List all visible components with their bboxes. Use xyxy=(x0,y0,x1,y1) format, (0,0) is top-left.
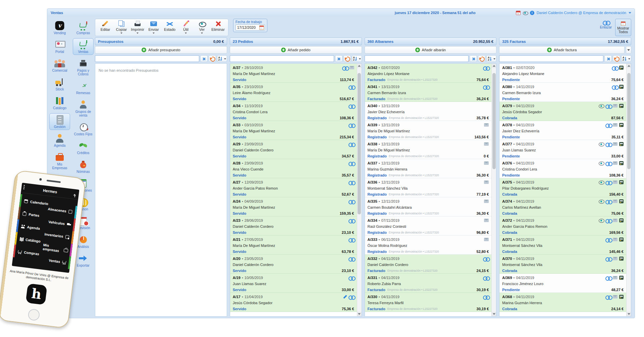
refresh-button[interactable] xyxy=(478,55,485,62)
header-user-area[interactable]: i Daniel Calderón Cordero @ Empresa de d… xyxy=(516,11,631,15)
document-row[interactable]: A/372 • 04/11/2019 Ander Garcia Patos Re… xyxy=(499,216,626,235)
document-row[interactable]: A/34 • 11/10/2019 Cristina Condori Lera … xyxy=(230,102,357,121)
sort-button[interactable] xyxy=(352,55,362,62)
envelope-icon[interactable] xyxy=(613,142,618,146)
link-rings-icon[interactable] xyxy=(483,295,489,298)
envelope-icon[interactable] xyxy=(613,104,618,108)
sort-button[interactable] xyxy=(217,55,227,62)
link-rings-icon[interactable] xyxy=(348,143,354,146)
add-presupuestos-button[interactable]: Añadir presupuesto xyxy=(95,46,227,54)
link-rings-icon[interactable] xyxy=(605,257,611,260)
link-rings-icon[interactable] xyxy=(605,162,611,165)
scrollbar-thumb[interactable] xyxy=(358,73,361,214)
document-row[interactable]: A/336 • 12/11/2019 Montserrat Sánchez Vi… xyxy=(365,178,492,197)
printer-icon[interactable] xyxy=(619,295,624,299)
document-row[interactable]: A/378 • 04/11/2019 Javier Diez Echeverrí… xyxy=(499,121,626,140)
envelope-icon[interactable] xyxy=(484,123,489,127)
printer-icon[interactable] xyxy=(619,199,624,203)
copiar-button[interactable]: Copiar xyxy=(114,20,129,36)
document-row[interactable]: A/332 • 04/11/2019 Daniel Calderón Corde… xyxy=(365,255,492,274)
vertical-scrollbar[interactable] xyxy=(357,64,362,316)
envelope-icon[interactable] xyxy=(484,142,489,146)
printer-icon[interactable] xyxy=(619,257,624,261)
envelope-icon[interactable] xyxy=(484,219,489,222)
chevron-down-icon[interactable] xyxy=(629,12,631,14)
document-row[interactable]: A/330 • 04/11/2019 Teresa Ferreyra Marfi… xyxy=(365,293,492,312)
eye-icon[interactable] xyxy=(599,161,604,165)
vertical-scrollbar[interactable] xyxy=(626,64,631,316)
link-rings-icon[interactable] xyxy=(605,124,611,127)
eye-icon[interactable] xyxy=(599,142,604,146)
document-row[interactable]: A/340 • 12/11/2019 Javier Diez Echeverrí… xyxy=(365,102,492,121)
document-row[interactable]: A/28 • 23/09/2019 Ana Vieco Cuende Servi… xyxy=(230,159,357,178)
pedidos-filter-input[interactable] xyxy=(230,55,334,62)
sort-button[interactable] xyxy=(621,55,631,62)
link-rings-icon[interactable] xyxy=(483,276,489,279)
sidebar-item-mis-empresas[interactable]: Mis Empresas xyxy=(49,151,70,171)
document-row[interactable]: A/370 • 04/11/2019 Montserrat Sánchez Vi… xyxy=(499,255,626,274)
user-name[interactable]: Daniel Calderón Cordero @ Empresa de dem… xyxy=(537,11,626,15)
document-row[interactable]: A/376 • 04/11/2019 Cristina Condori Lera… xyxy=(499,159,626,178)
printer-icon[interactable] xyxy=(619,85,624,89)
link-rings-icon[interactable] xyxy=(483,66,489,69)
link-rings-icon[interactable] xyxy=(605,219,611,222)
scroll-down-arrow[interactable] xyxy=(627,312,631,316)
document-row[interactable]: A/339 • 12/11/2019 María De Miguel Martí… xyxy=(365,121,492,140)
link-rings-icon[interactable] xyxy=(605,238,611,241)
document-row[interactable]: A/333 • 06/11/2019 Óscar Molina Rodrígue… xyxy=(365,235,492,255)
link-rings-icon[interactable] xyxy=(605,200,611,203)
add-dropdown-button[interactable] xyxy=(626,46,631,54)
document-row[interactable]: A/338 • 12/11/2019 María De Miguel Martí… xyxy=(365,140,492,159)
envelope-icon[interactable] xyxy=(613,238,618,241)
document-row[interactable]: A/331 • 04/11/2019 Roberto Zubia Parra F… xyxy=(365,274,492,293)
presupuestos-filter-input[interactable] xyxy=(95,55,199,62)
envelope-icon[interactable] xyxy=(613,161,618,165)
sidebar-item-catalogo[interactable]: Catálogo xyxy=(49,94,70,111)
document-row[interactable]: A/377 • 04/11/2019 Juan Llamas Suarez Pe… xyxy=(499,140,626,159)
link-rings-icon[interactable] xyxy=(348,85,354,88)
link-rings-icon[interactable] xyxy=(483,257,489,260)
estado-button[interactable]: Estado xyxy=(162,20,177,36)
chevron-down-icon[interactable] xyxy=(137,32,139,34)
envelope-icon[interactable] xyxy=(613,257,618,260)
clear-filter-button[interactable] xyxy=(470,55,477,62)
document-row[interactable]: A/24 • 04/09/2019 María De Miguel Martín… xyxy=(230,197,357,216)
work-date-input[interactable] xyxy=(236,25,259,30)
sidebar-item-creditos[interactable]: Créditos xyxy=(73,139,94,156)
link-rings-icon[interactable] xyxy=(612,85,618,88)
document-row[interactable]: A/35 • 23/10/2019 Leire Álamo Rodríguez … xyxy=(230,83,357,102)
document-row[interactable]: A/379 • 04/11/2019 Jesús Córdoba Segador… xyxy=(499,102,626,121)
envelope-icon[interactable] xyxy=(613,276,618,279)
printer-icon[interactable] xyxy=(619,161,624,165)
link-rings-icon[interactable] xyxy=(348,219,354,222)
info-icon[interactable]: i xyxy=(530,11,534,15)
util-button[interactable]: Útil xyxy=(178,20,193,36)
envelope-icon[interactable] xyxy=(484,161,489,165)
sidebar-item-remesas[interactable]: Remesas xyxy=(73,79,94,96)
eliminar-button[interactable]: Eliminar xyxy=(211,20,225,36)
link-rings-icon[interactable] xyxy=(348,162,354,165)
link-rings-icon[interactable] xyxy=(348,181,354,184)
add-pedidos-button[interactable]: Añadir pedido xyxy=(230,46,362,54)
document-row[interactable]: A/335 • 12/11/2019 Carmen Boutahri Alcán… xyxy=(365,197,492,216)
add-albaranes-button[interactable]: Añadir albarán xyxy=(365,46,497,54)
ver-button[interactable]: Ver xyxy=(195,20,209,36)
enlazar-button[interactable]: Enlazar xyxy=(600,19,612,29)
refresh-button[interactable] xyxy=(343,55,351,62)
eye-icon[interactable] xyxy=(599,219,604,222)
document-row[interactable]: A/341 • 13/11/2019 Carmen Bernardo Izura… xyxy=(365,83,492,102)
sidebar-item-agenda[interactable]: Agenda xyxy=(49,132,70,149)
scroll-down-arrow[interactable] xyxy=(357,312,362,316)
scroll-up-arrow[interactable] xyxy=(627,64,631,68)
document-row[interactable]: A/374 • 04/11/2019 Carlos Martínez Avell… xyxy=(499,197,626,216)
date-picker-icon[interactable] xyxy=(259,25,264,30)
envelope-icon[interactable] xyxy=(350,66,354,69)
document-row[interactable]: A/17 • 11/04/2019 Jesús Córdoba Segador … xyxy=(230,293,357,312)
enviar-button[interactable]: Enviar xyxy=(146,20,161,36)
mostrar-todos-button[interactable]: Mostrar Todos xyxy=(615,19,631,36)
printer-icon[interactable] xyxy=(619,104,624,108)
envelope-icon[interactable] xyxy=(484,181,489,184)
sidebar-item-compras[interactable]: Compras xyxy=(73,19,94,36)
link-rings-icon[interactable] xyxy=(348,257,354,260)
link-rings-icon[interactable] xyxy=(605,105,611,108)
